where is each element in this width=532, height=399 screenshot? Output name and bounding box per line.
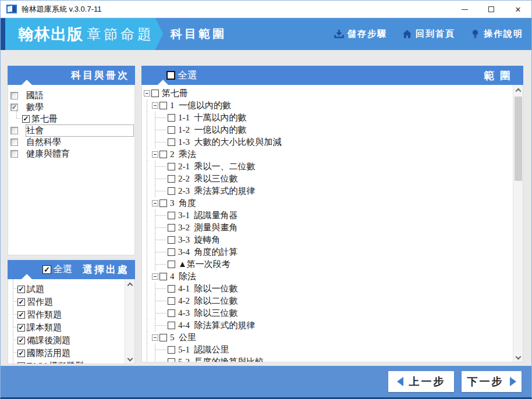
tree-expander-icon[interactable]: [152, 151, 158, 158]
go-home-button[interactable]: 回到首頁: [402, 28, 455, 40]
tree-row[interactable]: 2-3 乘法算式的規律: [142, 185, 523, 197]
tree-row[interactable]: ▲第一次段考: [142, 258, 523, 270]
chapter-label[interactable]: 1-2 一億以內的數: [178, 124, 247, 136]
chapter-label[interactable]: 5-1 認識公里: [178, 344, 229, 355]
subject-label[interactable]: 第七冊: [31, 113, 58, 124]
volume-checkbox[interactable]: ✓: [22, 115, 30, 123]
chapter-label[interactable]: 4-3 除以三位數: [178, 308, 238, 319]
source-checkbox[interactable]: ✓: [17, 324, 25, 332]
tree-row[interactable]: 1-2 一億以內的數: [142, 124, 523, 136]
chapter-checkbox[interactable]: [168, 309, 175, 317]
tree-row[interactable]: 2 乘法: [142, 148, 523, 161]
chapter-checkbox[interactable]: [168, 114, 175, 122]
source-item[interactable]: ✓TASA模擬題型: [8, 359, 134, 364]
subject-label[interactable]: 健康與體育: [26, 148, 70, 159]
chapter-checkbox[interactable]: [168, 322, 175, 329]
source-checkbox[interactable]: ✓: [17, 311, 25, 319]
source-label[interactable]: 習作類題: [27, 309, 62, 320]
save-steps-button[interactable]: 儲存步驟: [334, 28, 387, 40]
source-label[interactable]: TASA模擬題型: [27, 361, 84, 365]
chapter-label[interactable]: 4-1 除以一位數: [178, 283, 238, 294]
tree-row[interactable]: 3-3 旋轉角: [142, 234, 523, 246]
chapter-label[interactable]: 2-3 乘法算式的規律: [178, 186, 256, 197]
chapter-label[interactable]: 3-4 角度的計算: [178, 247, 238, 258]
chapter-checkbox[interactable]: [168, 248, 175, 256]
chapter-checkbox[interactable]: [168, 224, 175, 231]
chapter-checkbox[interactable]: [151, 90, 159, 97]
tree-row[interactable]: 4 除法: [142, 270, 523, 283]
source-label[interactable]: 備課後測題: [27, 335, 70, 346]
chapter-checkbox[interactable]: [159, 200, 167, 207]
subject-label[interactable]: 社會: [26, 125, 133, 136]
minimize-button[interactable]: [451, 1, 478, 18]
chapter-label[interactable]: 2-1 乘以一、二位數: [178, 161, 256, 172]
source-checkbox[interactable]: ✓: [17, 286, 25, 293]
chapter-label[interactable]: 第七冊: [162, 88, 188, 99]
tree-row[interactable]: 2-1 乘以一、二位數: [142, 161, 523, 173]
tree-row[interactable]: 4-3 除以三位數: [142, 307, 523, 319]
source-label[interactable]: 國際活用題: [27, 348, 70, 359]
source-item[interactable]: ✓習作題: [8, 295, 134, 308]
tree-row[interactable]: 5-1 認識公里: [142, 344, 523, 356]
tree-row[interactable]: 4-2 除以二位數: [142, 295, 523, 307]
chapter-checkbox[interactable]: [168, 175, 175, 183]
tree-row[interactable]: 3 角度: [142, 197, 523, 209]
subject-item[interactable]: 社會: [8, 124, 134, 136]
chapter-checkbox[interactable]: [168, 261, 175, 268]
previous-step-button[interactable]: 上一步: [388, 371, 454, 392]
subject-label[interactable]: 自然科學: [26, 137, 61, 148]
source-label[interactable]: 試題: [27, 284, 44, 295]
tree-expander-icon[interactable]: [152, 102, 158, 109]
tree-row[interactable]: 3-4 角度的計算: [142, 246, 523, 258]
chapter-label[interactable]: 2-2 乘以三位數: [178, 173, 238, 184]
source-label[interactable]: 習作題: [27, 297, 53, 308]
subject-label[interactable]: 數學: [26, 102, 44, 113]
source-checkbox[interactable]: ✓: [17, 337, 25, 344]
tree-expander-icon[interactable]: [152, 200, 158, 206]
tree-row[interactable]: 3-2 測量與畫角: [142, 222, 523, 234]
chapter-checkbox[interactable]: [168, 285, 175, 293]
chapter-label[interactable]: 2 乘法: [170, 149, 196, 160]
chapter-checkbox[interactable]: [168, 126, 175, 134]
chapter-checkbox[interactable]: [168, 163, 175, 170]
chapter-label[interactable]: 4 除法: [170, 271, 196, 282]
chapter-label[interactable]: 5 公里: [170, 332, 196, 343]
tree-expander-icon[interactable]: [152, 334, 158, 341]
tree-row[interactable]: 第七冊: [142, 87, 523, 99]
subject-item[interactable]: 國語: [8, 90, 134, 101]
subject-checkbox[interactable]: [10, 150, 18, 158]
chapter-label[interactable]: 3-2 測量與畫角: [178, 222, 238, 233]
subject-item[interactable]: ✓數學: [8, 101, 134, 113]
chapter-label[interactable]: 1-3 大數的大小比較與加減: [178, 137, 282, 148]
help-button[interactable]: 操作說明: [470, 28, 523, 40]
scrollbar-thumb[interactable]: [515, 97, 522, 181]
chapter-checkbox[interactable]: [168, 187, 175, 195]
chapter-checkbox[interactable]: [159, 273, 167, 280]
chapter-checkbox[interactable]: [159, 334, 167, 341]
source-checkbox[interactable]: ✓: [17, 362, 25, 365]
next-step-button[interactable]: 下一步: [462, 371, 522, 392]
tree-expander-icon[interactable]: [144, 90, 150, 97]
subject-checkbox[interactable]: [10, 127, 18, 134]
tree-row[interactable]: 5-2 長度的換算與比較: [142, 356, 523, 362]
chapter-label[interactable]: 3 角度: [170, 198, 196, 209]
chapter-label[interactable]: 5-2 長度的換算與比較: [178, 357, 264, 362]
source-item[interactable]: ✓試題: [8, 283, 134, 295]
tree-expander-icon[interactable]: [152, 273, 158, 280]
subject-checkbox[interactable]: [10, 92, 18, 99]
chapter-checkbox[interactable]: [168, 358, 175, 362]
chapter-label[interactable]: 3-1 認識量角器: [178, 210, 238, 221]
source-item[interactable]: ✓習作類題: [8, 308, 134, 321]
maximize-button[interactable]: [478, 1, 505, 18]
chapter-label[interactable]: 4-4 除法算式的規律: [178, 320, 256, 331]
tree-row[interactable]: 1 一億以內的數: [142, 99, 523, 112]
source-checkbox[interactable]: ✓: [17, 350, 25, 357]
tree-row[interactable]: 5 公里: [142, 332, 523, 344]
tree-row[interactable]: 3-1 認識量角器: [142, 209, 523, 222]
source-scrollbar[interactable]: [125, 279, 134, 364]
chapter-checkbox[interactable]: [168, 212, 175, 219]
subject-item[interactable]: 自然科學: [8, 136, 134, 148]
chapter-checkbox[interactable]: [168, 346, 175, 354]
subject-label[interactable]: 國語: [26, 90, 44, 101]
subject-item[interactable]: ✓第七冊: [8, 113, 134, 124]
